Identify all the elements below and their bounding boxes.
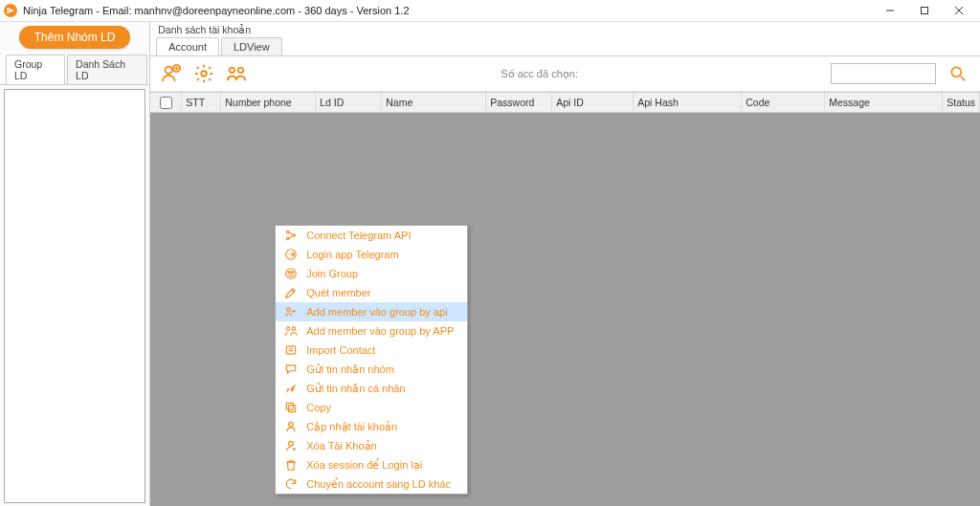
maximize-button[interactable] bbox=[907, 1, 942, 20]
context-menu-item[interactable]: Join Group bbox=[276, 264, 467, 283]
svg-point-9 bbox=[951, 67, 961, 77]
svg-line-10 bbox=[961, 77, 966, 81]
svg-rect-1 bbox=[922, 8, 928, 14]
menu-item-icon bbox=[283, 285, 299, 300]
col-code[interactable]: Code bbox=[742, 93, 825, 112]
table-header: STT Number phone Ld ID Name Password Api… bbox=[150, 92, 980, 113]
col-message[interactable]: Message bbox=[825, 93, 943, 112]
context-menu-item[interactable]: Gửi tin nhắn nhóm bbox=[276, 360, 467, 379]
minimize-button[interactable] bbox=[873, 1, 907, 20]
col-api-id[interactable]: Api ID bbox=[552, 93, 634, 112]
svg-point-7 bbox=[230, 68, 235, 74]
main-tabs: Account LDView bbox=[150, 37, 980, 56]
group-icon[interactable] bbox=[225, 62, 248, 85]
svg-point-16 bbox=[288, 272, 290, 274]
svg-rect-22 bbox=[289, 406, 296, 412]
svg-point-8 bbox=[238, 68, 244, 74]
col-ld-id[interactable]: Ld ID bbox=[316, 93, 382, 112]
toolbar: Số acc đã chọn: bbox=[150, 56, 980, 92]
context-menu-item[interactable]: Quét member bbox=[276, 283, 467, 302]
search-button[interactable] bbox=[946, 62, 970, 85]
sidebar: Thêm Nhóm LD Group LD Danh Sách LD bbox=[0, 22, 150, 506]
svg-point-25 bbox=[289, 441, 294, 446]
menu-item-label: Chuyển account sang LD khác bbox=[306, 478, 451, 491]
menu-item-icon bbox=[283, 247, 299, 262]
menu-item-label: Join Group bbox=[306, 268, 358, 279]
svg-point-24 bbox=[289, 422, 294, 427]
titlebar: Ninja Telegram - Email: manhnv@doreenpay… bbox=[0, 0, 980, 22]
col-api-hash[interactable]: Api Hash bbox=[634, 93, 742, 112]
svg-point-12 bbox=[287, 237, 289, 239]
menu-item-icon bbox=[283, 381, 299, 396]
svg-point-11 bbox=[287, 231, 289, 232]
menu-item-label: Quét member bbox=[306, 287, 370, 298]
menu-item-icon bbox=[283, 476, 299, 492]
context-menu-item[interactable]: Connect Telegram API bbox=[276, 226, 467, 245]
svg-point-13 bbox=[294, 234, 296, 236]
context-menu-item[interactable]: Add member vào group by api bbox=[276, 302, 467, 321]
context-menu-item[interactable]: Import Contact bbox=[276, 341, 467, 360]
menu-item-icon bbox=[283, 323, 299, 339]
app-icon bbox=[4, 4, 17, 17]
svg-point-20 bbox=[292, 327, 296, 331]
settings-icon[interactable] bbox=[192, 62, 215, 85]
menu-item-label: Add member vào group by APP bbox=[306, 325, 454, 337]
svg-rect-23 bbox=[287, 403, 294, 409]
svg-point-17 bbox=[292, 272, 294, 274]
menu-item-label: Cập nhật tài khoản bbox=[306, 421, 397, 433]
svg-point-4 bbox=[166, 67, 172, 74]
sidebar-list-pane[interactable] bbox=[4, 89, 145, 503]
menu-item-icon bbox=[283, 438, 299, 453]
close-button[interactable] bbox=[942, 1, 976, 20]
svg-point-18 bbox=[287, 308, 291, 312]
search-input[interactable] bbox=[831, 63, 936, 84]
col-checkbox[interactable] bbox=[150, 93, 182, 112]
selection-count-label: Số acc đã chọn: bbox=[257, 68, 821, 80]
tab-ldview[interactable]: LDView bbox=[221, 37, 282, 55]
menu-item-label: Add member vào group by api bbox=[306, 306, 447, 318]
context-menu-item[interactable]: Login app Telegram bbox=[276, 245, 467, 264]
context-menu-item[interactable]: Cập nhật tài khoản bbox=[276, 417, 467, 436]
menu-item-label: Xóa Tài Khoản bbox=[306, 440, 376, 452]
menu-item-label: Connect Telegram API bbox=[306, 230, 411, 241]
context-menu-item[interactable]: Xóa session để Login lại bbox=[276, 455, 467, 474]
col-stt[interactable]: STT bbox=[182, 93, 221, 112]
menu-item-label: Gửi tin nhắn cá nhân bbox=[306, 383, 405, 395]
sidebar-tab-danh-sach-ld[interactable]: Danh Sách LD bbox=[67, 55, 147, 84]
context-menu: Connect Telegram APILogin app TelegramJo… bbox=[275, 225, 468, 495]
menu-item-icon bbox=[283, 342, 299, 358]
menu-item-icon bbox=[283, 419, 299, 434]
table-body[interactable]: Connect Telegram APILogin app TelegramJo… bbox=[150, 113, 980, 506]
main-area: Danh sách tài khoản Account LDView Số ac… bbox=[150, 22, 980, 506]
add-account-icon[interactable] bbox=[160, 62, 183, 85]
menu-item-label: Import Contact bbox=[306, 344, 375, 356]
context-menu-item[interactable]: Gửi tin nhắn cá nhân bbox=[276, 379, 467, 398]
menu-item-label: Gửi tin nhắn nhóm bbox=[306, 363, 394, 376]
menu-item-label: Login app Telegram bbox=[306, 249, 398, 260]
sidebar-tabs: Group LD Danh Sách LD bbox=[0, 55, 149, 85]
svg-point-6 bbox=[201, 71, 207, 77]
menu-item-label: Xóa session để Login lại bbox=[306, 459, 422, 472]
sidebar-tab-group-ld[interactable]: Group LD bbox=[6, 55, 65, 84]
col-name[interactable]: Name bbox=[382, 93, 486, 112]
col-number-phone[interactable]: Number phone bbox=[221, 93, 316, 112]
context-menu-item[interactable]: Copy bbox=[276, 398, 467, 417]
section-title: Danh sách tài khoản bbox=[150, 22, 980, 37]
context-menu-item[interactable]: Xóa Tài Khoản bbox=[276, 436, 467, 455]
tab-account[interactable]: Account bbox=[156, 37, 219, 55]
window-title: Ninja Telegram - Email: manhnv@doreenpay… bbox=[23, 5, 873, 16]
menu-item-icon bbox=[283, 228, 299, 243]
menu-item-icon bbox=[283, 400, 299, 415]
select-all-checkbox[interactable] bbox=[160, 97, 172, 109]
add-group-button[interactable]: Thêm Nhóm LD bbox=[19, 26, 130, 49]
menu-item-icon bbox=[283, 362, 299, 377]
context-menu-item[interactable]: Chuyển account sang LD khác bbox=[276, 474, 467, 494]
context-menu-item[interactable]: Add member vào group by APP bbox=[276, 321, 467, 341]
svg-point-15 bbox=[286, 269, 297, 279]
menu-item-icon bbox=[283, 266, 299, 281]
menu-item-icon bbox=[283, 457, 299, 473]
col-status[interactable]: Status bbox=[943, 93, 980, 112]
col-password[interactable]: Password bbox=[486, 93, 552, 112]
menu-item-label: Copy bbox=[306, 402, 331, 413]
svg-point-19 bbox=[287, 327, 291, 331]
